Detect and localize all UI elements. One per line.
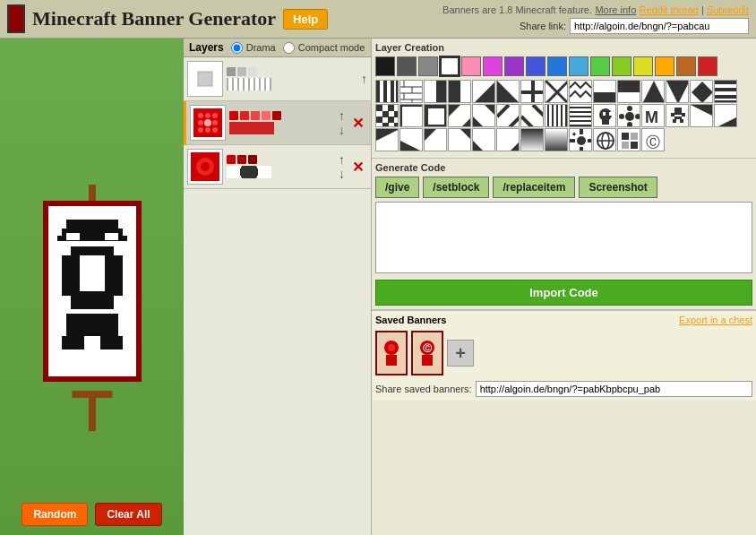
color-white[interactable] (440, 56, 460, 76)
color-pink[interactable] (461, 56, 481, 76)
svg-rect-59 (618, 81, 640, 92)
color-cyan[interactable] (569, 56, 588, 76)
pattern-sun[interactable] (569, 128, 592, 151)
pattern-stripe-diag1[interactable] (496, 104, 520, 127)
compact-radio[interactable] (283, 42, 295, 54)
color-gray[interactable] (418, 56, 438, 76)
pattern-stripe-v[interactable] (375, 80, 399, 103)
pattern-misc2[interactable]: Ⓒ (641, 128, 665, 151)
more-info-link[interactable]: More info (595, 4, 636, 15)
pattern-triangle-b[interactable] (666, 80, 689, 103)
pattern-h-dense[interactable] (569, 104, 592, 127)
layer-move-down-2[interactable]: ↓ (339, 124, 345, 136)
pattern-skull[interactable] (593, 104, 616, 127)
layer-delete-2[interactable]: ✕ (348, 115, 367, 132)
layer-move-up[interactable]: ↑ (361, 73, 367, 85)
color-blue[interactable] (526, 56, 546, 76)
pattern-preview-2 (229, 122, 274, 134)
saved-share-input[interactable] (476, 381, 752, 397)
pattern-triangle-t[interactable] (641, 80, 665, 103)
pattern-stripes-dense[interactable] (545, 104, 568, 127)
color-darkgray[interactable] (397, 56, 417, 76)
pattern-diamond[interactable] (690, 80, 713, 103)
pattern-flower2[interactable] (617, 104, 640, 127)
color-lime[interactable] (612, 56, 631, 76)
color-black[interactable] (375, 56, 395, 76)
pattern-stripe-lr[interactable] (448, 104, 471, 127)
color-lightblue[interactable] (547, 56, 567, 76)
pattern-corner-tl[interactable] (424, 128, 447, 151)
saved-banner-2[interactable]: Ⓒ (411, 331, 443, 375)
help-button[interactable]: Help (283, 9, 328, 30)
pattern-zigzag[interactable] (569, 80, 592, 103)
svg-point-23 (205, 127, 210, 133)
subreddit-link[interactable]: Subreddit (707, 4, 749, 15)
pattern-mojang[interactable]: M (641, 104, 665, 127)
pattern-half-v-r[interactable] (424, 80, 447, 103)
svg-rect-148 (580, 129, 583, 134)
clear-all-button[interactable]: Clear All (95, 503, 161, 526)
svg-rect-8 (107, 255, 123, 296)
pattern-half-bot-right[interactable] (714, 104, 737, 127)
replaceitem-button[interactable]: /replaceitem (493, 177, 575, 198)
pattern-gradient-b[interactable] (545, 128, 568, 151)
color-brown[interactable] (676, 56, 696, 76)
color-red[interactable] (698, 56, 717, 76)
pattern-half-top-left[interactable] (375, 128, 399, 151)
layer-item[interactable]: ↑ ↓ ✕ (184, 101, 371, 145)
code-output[interactable] (375, 202, 752, 273)
layer-move-up-3[interactable]: ↑ (339, 153, 345, 166)
share-input[interactable] (570, 18, 749, 34)
export-link[interactable]: Export in a chest (679, 315, 752, 325)
setblock-button[interactable]: /setblock (423, 177, 489, 198)
pattern-globe[interactable] (593, 128, 616, 151)
add-banner-button[interactable]: + (447, 340, 474, 367)
svg-rect-158 (622, 133, 629, 140)
color-purple[interactable] (504, 56, 524, 76)
saved-banner-1[interactable] (375, 331, 408, 375)
banner-artwork (48, 206, 136, 376)
random-button[interactable]: Random (21, 503, 88, 526)
pattern-stripe-h[interactable] (714, 80, 737, 103)
pattern-corner-tr[interactable] (448, 128, 471, 151)
drama-radio[interactable] (231, 42, 243, 54)
color-orange[interactable] (655, 56, 674, 76)
layer-move-down-3[interactable]: ↓ (339, 168, 345, 180)
layer-colors-3 (227, 155, 335, 164)
layer-delete-3[interactable]: ✕ (348, 159, 367, 176)
pattern-diag-bl-tr[interactable] (472, 80, 495, 103)
pattern-diag-br-tl[interactable] (496, 80, 520, 103)
layer-item[interactable]: ↑ (184, 57, 371, 101)
layer-move-up-2[interactable]: ↑ (339, 109, 345, 122)
pattern-half-h-b[interactable] (593, 80, 616, 103)
screenshot-button[interactable]: Screenshot (579, 177, 657, 198)
pattern-brick[interactable] (399, 80, 423, 103)
color-yellow[interactable] (633, 56, 653, 76)
layer-item[interactable]: ↑ ↓ ✕ (184, 145, 371, 189)
give-button[interactable]: /give (375, 177, 419, 198)
pattern-diagonal-cross[interactable] (545, 80, 568, 103)
pattern-misc1[interactable] (617, 128, 640, 151)
svg-text:Ⓒ: Ⓒ (423, 343, 433, 353)
pattern-creeper[interactable] (666, 104, 689, 127)
pattern-half-v-l[interactable] (448, 80, 471, 103)
pattern-cross[interactable] (520, 80, 544, 103)
pattern-gradient-t[interactable] (520, 128, 544, 151)
color-swatch (272, 111, 281, 120)
reddit-link[interactable]: Reddit thread (640, 4, 699, 15)
color-swatch (237, 67, 246, 76)
pattern-stripe-diag2[interactable] (520, 104, 544, 127)
pattern-half-bot-left[interactable] (399, 128, 423, 151)
import-code-button[interactable]: Import Code (375, 280, 752, 306)
pattern-corner-bl[interactable] (472, 128, 495, 151)
pattern-stripe-rl[interactable] (472, 104, 495, 127)
pattern-border-inner[interactable] (424, 104, 447, 127)
color-magenta[interactable] (483, 56, 503, 76)
pattern-corner-br[interactable] (496, 128, 520, 151)
pattern-half-h-t[interactable] (617, 80, 640, 103)
pattern-half-top-right[interactable] (690, 104, 713, 127)
pattern-checker[interactable] (375, 104, 399, 127)
color-green[interactable] (590, 56, 610, 76)
svg-rect-77 (388, 116, 394, 123)
pattern-border[interactable] (399, 104, 423, 127)
